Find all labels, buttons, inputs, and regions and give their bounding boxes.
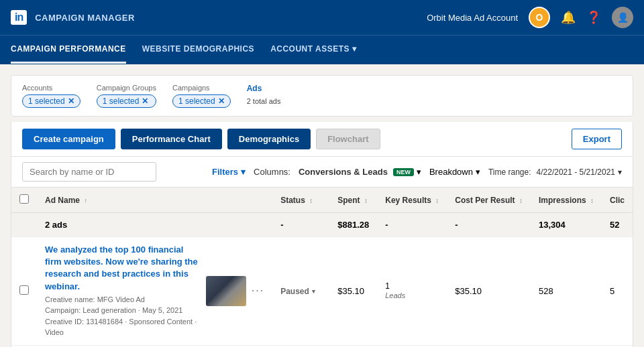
filter-arrow-icon: ▾ (241, 167, 246, 177)
ads-label: Ads (247, 84, 281, 93)
col-impressions[interactable]: Impressions ↕ (531, 188, 602, 213)
campaign-groups-remove-icon[interactable]: ✕ (142, 96, 148, 106)
row1-checkbox[interactable] (19, 285, 29, 295)
col-ad-name[interactable]: Ad Name ↑ (37, 188, 272, 213)
subnav-campaign-performance[interactable]: CAMPAIGN PERFORMANCE (11, 36, 126, 64)
accounts-label: Accounts (22, 84, 80, 92)
subnav-account-assets[interactable]: ACCOUNT ASSETS ▾ (270, 36, 356, 64)
row1-cost-per-result: $35.10 (447, 237, 531, 346)
flowchart-button[interactable]: Flowchart (316, 129, 380, 149)
summary-label: 2 ads (37, 213, 272, 237)
accounts-filter: Accounts 1 selected ✕ (22, 84, 80, 108)
ads-table: Ad Name ↑ Status ↕ Spent ↕ Key Results ↕… (11, 188, 633, 347)
status-arrow-icon: ▾ (312, 288, 315, 295)
table-controls: Filters ▾ Columns: Conversions & Leads N… (11, 157, 633, 188)
col-key-results[interactable]: Key Results ↕ (377, 188, 447, 213)
account-name-label: Orbit Media Ad Account (427, 13, 518, 23)
user-avatar[interactable]: 👤 (612, 7, 633, 28)
summary-spent: $881.28 (329, 213, 377, 237)
account-icon[interactable]: O (529, 7, 550, 28)
ads-table-wrap: Ad Name ↑ Status ↕ Spent ↕ Key Results ↕… (11, 188, 633, 347)
accounts-chip[interactable]: 1 selected ✕ (22, 94, 80, 108)
summary-row: 2 ads - $881.28 - - 13,304 52 (11, 213, 633, 237)
new-badge: NEW (393, 168, 414, 176)
row1-status: Paused ▾ (272, 237, 329, 346)
row1-thumbnail (206, 276, 246, 306)
row1-key-results: 1Leads (377, 237, 447, 346)
table-row: We analyzed the top 100 financial firm w… (11, 237, 633, 346)
performance-chart-button[interactable]: Performance Chart (121, 129, 222, 149)
row1-ad-meta: Creative name: MFG Video Ad Campaign: Le… (45, 294, 201, 338)
row1-more-button[interactable]: ··· (252, 285, 264, 297)
top-nav-left: in CAMPAIGN MANAGER (11, 10, 135, 25)
col-clicks[interactable]: Clic (602, 188, 633, 213)
columns-arrow-icon: ▾ (417, 167, 421, 177)
campaigns-chip[interactable]: 1 selected ✕ (172, 94, 231, 108)
demographics-button[interactable]: Demographics (227, 129, 311, 149)
linkedin-logo: in (11, 10, 27, 25)
campaigns-label: Campaigns (172, 84, 231, 92)
summary-cost-per-result: - (447, 213, 531, 237)
ads-count: 2 total ads (247, 97, 281, 105)
chevron-down-icon: ▾ (352, 44, 357, 54)
action-buttons: Create campaign Performance Chart Demogr… (22, 129, 380, 149)
row1-status-badge[interactable]: Paused ▾ (280, 287, 315, 296)
timerange-arrow-icon: ▾ (618, 167, 622, 177)
notifications-icon[interactable]: 🔔 (561, 10, 576, 25)
summary-impressions: 13,304 (531, 213, 602, 237)
campaigns-filter: Campaigns 1 selected ✕ (172, 84, 231, 108)
col-spent[interactable]: Spent ↕ (329, 188, 377, 213)
row1-ad-name-cell: We analyzed the top 100 financial firm w… (37, 237, 272, 346)
select-all-checkbox[interactable] (19, 194, 29, 204)
app-title: CAMPAIGN MANAGER (35, 13, 135, 23)
campaign-groups-filter: Campaign Groups 1 selected ✕ (97, 84, 156, 108)
col-status[interactable]: Status ↕ (272, 188, 329, 213)
columns-button[interactable]: Columns: Conversions & Leads NEW ▾ (254, 167, 421, 177)
subnav-website-demographics[interactable]: WEBSITE DEMOGRAPHICS (142, 36, 254, 64)
table-controls-right: Filters ▾ Columns: Conversions & Leads N… (212, 167, 622, 177)
breakdown-button[interactable]: Breakdown ▾ (429, 167, 480, 177)
top-nav: in CAMPAIGN MANAGER Orbit Media Ad Accou… (0, 0, 644, 35)
summary-status: - (272, 213, 329, 237)
campaign-groups-chip[interactable]: 1 selected ✕ (97, 94, 156, 108)
sub-nav: CAMPAIGN PERFORMANCE WEBSITE DEMOGRAPHIC… (0, 35, 644, 64)
help-icon[interactable]: ❓ (586, 10, 601, 25)
col-cost-per-result[interactable]: Cost Per Result ↕ (447, 188, 531, 213)
filter-bar: Accounts 1 selected ✕ Campaign Groups 1 … (11, 75, 633, 117)
filters-button[interactable]: Filters ▾ (212, 167, 246, 177)
action-bar: Create campaign Performance Chart Demogr… (11, 122, 633, 157)
row1-spent: $35.10 (329, 237, 377, 346)
top-nav-right: Orbit Media Ad Account O 🔔 ❓ 👤 (427, 7, 633, 28)
ads-filter: Ads 2 total ads (247, 84, 281, 105)
summary-clicks: 52 (602, 213, 633, 237)
search-input[interactable] (22, 162, 156, 182)
create-campaign-button[interactable]: Create campaign (22, 129, 115, 149)
timerange-button[interactable]: Time range: 4/22/2021 - 5/21/2021 ▾ (488, 167, 622, 177)
row1-clicks: 5 (602, 237, 633, 346)
campaign-groups-label: Campaign Groups (97, 84, 156, 92)
row1-impressions: 528 (531, 237, 602, 346)
export-button[interactable]: Export (572, 129, 622, 149)
main-content: Accounts 1 selected ✕ Campaign Groups 1 … (0, 64, 644, 347)
campaigns-remove-icon[interactable]: ✕ (218, 96, 225, 106)
accounts-remove-icon[interactable]: ✕ (68, 96, 74, 106)
summary-key-results: - (377, 213, 447, 237)
breakdown-arrow-icon: ▾ (476, 167, 480, 177)
row1-ad-name[interactable]: We analyzed the top 100 financial firm w… (45, 244, 201, 293)
